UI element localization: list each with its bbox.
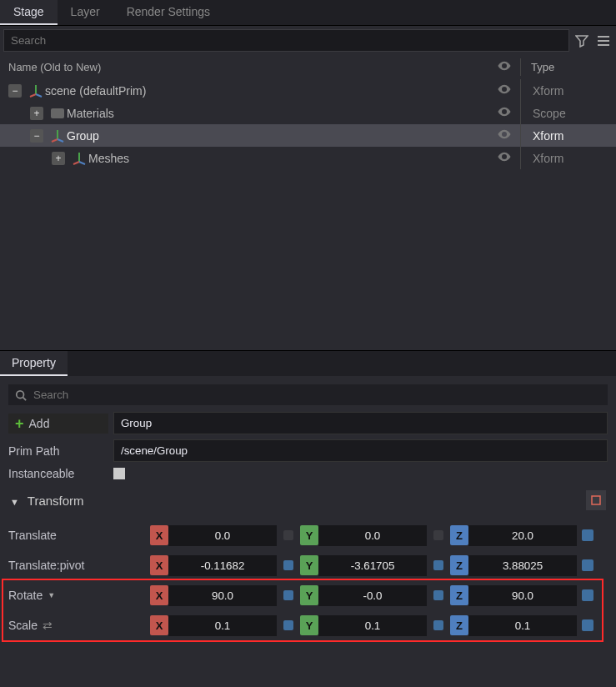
plus-icon: + — [15, 418, 24, 429]
column-header-visibility — [492, 58, 517, 76]
instanceable-checkbox[interactable] — [113, 468, 125, 479]
x-axis-badge: X — [150, 615, 168, 635]
y-keyframe-marker[interactable] — [433, 590, 443, 600]
tree-item-label: scene (defaultPrim) — [45, 84, 492, 98]
expander-icon[interactable]: − — [30, 129, 43, 143]
stage-search-input[interactable] — [3, 29, 569, 52]
tab-render-settings[interactable]: Render Settings — [113, 0, 223, 25]
z-axis-badge: Z — [450, 525, 468, 545]
z-value-input[interactable] — [468, 525, 577, 546]
svg-line-4 — [52, 139, 58, 142]
svg-point-9 — [17, 390, 24, 398]
folder-icon — [48, 108, 67, 118]
property-search[interactable] — [8, 384, 608, 405]
tree-item-label: Materials — [67, 107, 492, 120]
x-axis-badge: X — [150, 585, 168, 605]
tree-item-label: Meshes — [88, 152, 492, 165]
transform-action-button[interactable] — [586, 490, 606, 510]
x-keyframe-marker[interactable] — [283, 560, 293, 570]
svg-line-1 — [30, 94, 36, 97]
z-value-input[interactable] — [468, 555, 577, 576]
transform-label[interactable]: Translate:pivot — [8, 559, 150, 572]
add-button[interactable]: + Add — [8, 414, 108, 434]
visibility-toggle[interactable] — [492, 127, 517, 144]
svg-line-8 — [79, 162, 85, 164]
filter-icon[interactable] — [573, 32, 591, 50]
tree-row-meshes[interactable]: +MeshesXform — [0, 147, 616, 169]
transform-row-translate-pivot: Translate:pivotXYZ — [8, 550, 608, 580]
z-value-input[interactable] — [468, 615, 577, 636]
row-keyframe-marker[interactable] — [582, 529, 593, 541]
visibility-toggle[interactable] — [492, 149, 517, 167]
y-axis-badge: Y — [300, 615, 318, 635]
transform-label[interactable]: Translate — [8, 529, 150, 542]
x-axis-badge: X — [150, 525, 168, 545]
transform-label[interactable]: Scale ⇄ — [8, 619, 150, 632]
expander-icon[interactable]: − — [8, 84, 22, 98]
tree-row-scene-defaultprim-[interactable]: −scene (defaultPrim)Xform — [0, 79, 616, 102]
y-value-input[interactable] — [318, 555, 427, 576]
transform-row-scale: Scale ⇄XYZ — [8, 610, 608, 640]
tree-item-label: Group — [67, 129, 492, 143]
visibility-toggle[interactable] — [492, 104, 517, 122]
tab-layer[interactable]: Layer — [58, 0, 113, 25]
transform-section-title[interactable]: Transform — [28, 494, 84, 508]
add-label: Add — [29, 417, 50, 430]
axes-icon — [48, 128, 67, 143]
tree-item-type: Scope — [524, 107, 616, 120]
x-keyframe-marker[interactable] — [283, 620, 293, 630]
transform-label[interactable]: Rotate ▼ — [8, 589, 150, 602]
tab-property[interactable]: Property — [0, 351, 68, 376]
y-axis-badge: Y — [300, 525, 318, 545]
column-header-type[interactable]: Type — [524, 61, 608, 73]
svg-line-2 — [36, 94, 42, 97]
y-value-input[interactable] — [318, 585, 427, 606]
x-value-input[interactable] — [168, 555, 277, 576]
axes-icon — [70, 151, 88, 166]
z-value-input[interactable] — [468, 585, 577, 606]
y-keyframe-marker[interactable] — [433, 530, 443, 540]
y-value-input[interactable] — [318, 525, 427, 546]
transform-row-translate: TranslateXYZ — [8, 520, 608, 550]
prim-name-input[interactable] — [113, 412, 608, 434]
svg-rect-10 — [592, 496, 600, 504]
options-icon[interactable] — [594, 32, 613, 50]
visibility-toggle[interactable] — [492, 82, 517, 99]
x-value-input[interactable] — [168, 525, 277, 546]
expander-icon[interactable]: + — [52, 152, 65, 165]
expander-icon[interactable]: + — [30, 107, 43, 120]
row-keyframe-marker[interactable] — [582, 589, 593, 601]
link-icon[interactable]: ⇄ — [43, 619, 53, 632]
z-axis-badge: Z — [450, 585, 468, 605]
property-search-input[interactable] — [33, 389, 601, 401]
prim-path-input[interactable] — [113, 439, 608, 462]
y-axis-badge: Y — [300, 555, 318, 575]
y-value-input[interactable] — [318, 615, 427, 636]
y-keyframe-marker[interactable] — [433, 620, 443, 630]
tree-row-group[interactable]: −GroupXform — [0, 124, 616, 147]
transform-caret-icon[interactable]: ▼ — [10, 497, 19, 507]
tree-item-type: Xform — [524, 84, 616, 98]
x-axis-badge: X — [150, 555, 168, 575]
instanceable-label: Instanceable — [8, 467, 108, 480]
x-value-input[interactable] — [168, 585, 277, 606]
dropdown-caret-icon[interactable]: ▼ — [48, 591, 55, 599]
column-header-name[interactable]: Name (Old to New) — [8, 61, 492, 73]
z-axis-badge: Z — [450, 555, 468, 575]
svg-line-7 — [73, 162, 79, 164]
tab-stage[interactable]: Stage — [0, 0, 58, 25]
row-keyframe-marker[interactable] — [582, 619, 593, 631]
x-value-input[interactable] — [168, 615, 277, 636]
row-keyframe-marker[interactable] — [582, 559, 593, 571]
transform-row-rotate: Rotate ▼XYZ — [8, 580, 608, 610]
tree-item-type: Xform — [524, 152, 616, 165]
x-keyframe-marker[interactable] — [283, 530, 293, 540]
y-axis-badge: Y — [300, 585, 318, 605]
tree-row-materials[interactable]: +MaterialsScope — [0, 102, 616, 124]
search-icon — [15, 389, 27, 401]
svg-line-5 — [58, 139, 63, 142]
x-keyframe-marker[interactable] — [283, 590, 293, 600]
axes-icon — [27, 83, 45, 98]
tree-item-type: Xform — [524, 129, 616, 143]
y-keyframe-marker[interactable] — [433, 560, 443, 570]
